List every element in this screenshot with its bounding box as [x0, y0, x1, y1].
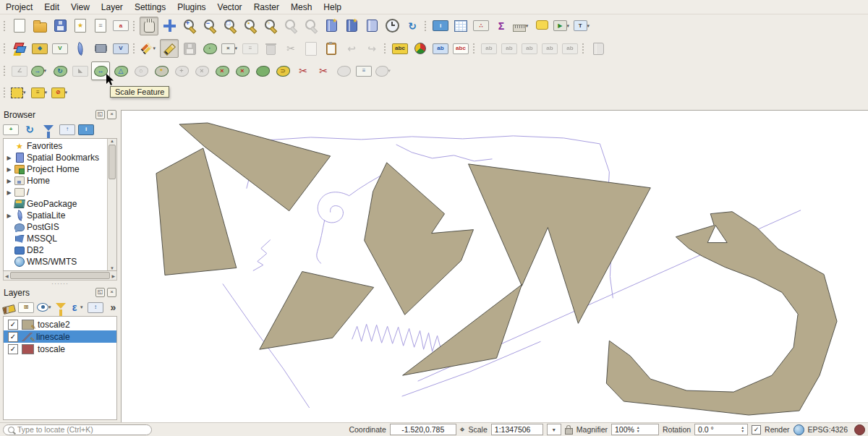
zoom-out-button[interactable]: −	[200, 17, 219, 35]
show-spatial-bookmarks-button[interactable]: ★	[342, 17, 361, 35]
new-spatialite-layer-button[interactable]	[71, 39, 90, 58]
layer-visibility-checkbox[interactable]: ✓	[8, 320, 18, 330]
current-edits-dropdown-arrow[interactable]: ▾	[153, 46, 158, 51]
text-annotation-dropdown-arrow[interactable]: ▾	[587, 23, 591, 29]
new-spatial-bookmark-button[interactable]: ★	[322, 17, 341, 35]
text-annotation-button[interactable]: T▾	[573, 17, 592, 35]
browser-item-home[interactable]: ▶Home	[4, 175, 108, 187]
menu-settings[interactable]: Settings	[129, 1, 171, 13]
expander-icon[interactable]: ▶	[6, 155, 12, 161]
browser-item-postgis[interactable]: PostGIS	[4, 221, 108, 233]
pan-map-button[interactable]	[140, 17, 158, 35]
browser-item-wms-wmts[interactable]: WMS/WMTS	[4, 256, 108, 268]
rotate-point-symbols-dropdown-arrow[interactable]: ▾	[388, 68, 393, 74]
measure-dropdown-arrow[interactable]: ▾	[526, 23, 530, 29]
rotation-spin-arrows[interactable]: ▲▼	[741, 426, 744, 434]
scale-combobox[interactable]: 1:1347506	[491, 424, 543, 435]
toolbar-drag-handle[interactable]	[582, 43, 585, 54]
map-canvas[interactable]	[121, 110, 868, 423]
delete-ring-button[interactable]: ×	[213, 61, 231, 80]
browser-vertical-scrollbar[interactable]: ▲▼	[107, 139, 116, 270]
offset-curve-button[interactable]: ⊃	[273, 61, 292, 80]
scale-dropdown-arrow[interactable]: ▾	[547, 424, 561, 435]
open-data-source-manager-button[interactable]	[10, 39, 29, 58]
menu-mesh[interactable]: Mesh	[285, 1, 318, 13]
browser-properties-button[interactable]: i	[77, 121, 95, 138]
menu-raster[interactable]: Raster	[248, 1, 285, 13]
select-features-dropdown-arrow[interactable]: ▾	[23, 90, 28, 95]
select-features-button[interactable]: ▾	[10, 83, 29, 102]
move-feature-button[interactable]: →▾	[30, 61, 49, 80]
add-group-button[interactable]: ⊞	[17, 299, 35, 316]
toolbar-drag-handle[interactable]	[132, 43, 136, 54]
toolbar-drag-handle[interactable]	[3, 43, 7, 54]
expand-collapse-button[interactable]: ↕	[87, 299, 104, 316]
layer-visibility-checkbox[interactable]: ✓	[8, 344, 18, 354]
layer-visibility-checkbox[interactable]: ✓	[8, 332, 18, 342]
browser-add-layer-button[interactable]: +	[2, 121, 20, 138]
layer-labeling-options-button[interactable]: abc	[391, 39, 409, 58]
expander-icon[interactable]: ▶	[6, 166, 12, 173]
paste-features-button[interactable]	[322, 39, 341, 58]
reshape-features-button[interactable]	[253, 61, 272, 80]
toolbar-drag-handle[interactable]	[424, 20, 427, 32]
manage-map-themes-dropdown-arrow[interactable]: ▾	[48, 304, 53, 310]
menu-plugins[interactable]: Plugins	[171, 1, 211, 13]
style-manager-button[interactable]: a	[111, 17, 130, 35]
show-layout-manager-button[interactable]: ≡	[91, 17, 110, 35]
menu-view[interactable]: View	[65, 1, 95, 13]
toolbar-drag-handle[interactable]	[3, 87, 7, 98]
menu-edit[interactable]: Edit	[38, 1, 65, 13]
layer-item-toscale[interactable]: ✓toscale	[4, 343, 116, 355]
move-feature-dropdown-arrow[interactable]: ▾	[44, 68, 48, 74]
split-parts-button[interactable]: ✂	[314, 61, 333, 80]
browser-item-spatialite[interactable]: ▶SpatiaLite	[4, 210, 108, 221]
add-polygon-feature-button[interactable]: ·	[200, 39, 219, 58]
select-features-by-value-button[interactable]: ≡▾	[30, 83, 49, 102]
split-features-button[interactable]: ✂	[294, 61, 312, 80]
measure-button[interactable]: ▾	[512, 17, 531, 35]
open-attribute-table-button[interactable]	[451, 17, 470, 35]
toolbar-drag-handle[interactable]	[132, 20, 136, 32]
highlight-pinned-labels-button[interactable]: ab	[431, 39, 450, 58]
manage-map-themes-button[interactable]: ▾	[36, 299, 54, 316]
toolbar-drag-handle[interactable]	[472, 43, 476, 54]
temporal-controller-button[interactable]	[383, 17, 401, 35]
open-layer-styling-button[interactable]	[2, 299, 16, 316]
vertex-tool-button[interactable]: ×▾	[221, 39, 239, 58]
delete-part-button[interactable]: ×	[233, 61, 252, 80]
browser-item-mssql[interactable]: MSSQL	[4, 233, 108, 244]
menu-layer[interactable]: Layer	[95, 1, 129, 13]
expander-icon[interactable]: ▶	[6, 213, 12, 219]
expander-icon[interactable]: ▶	[6, 189, 12, 196]
browser-item-db2[interactable]: DB2	[4, 244, 108, 256]
toolbar-drag-handle[interactable]	[383, 43, 387, 54]
run-feature-action-dropdown-arrow[interactable]: ▾	[567, 23, 571, 29]
new-temporary-scratch-layer-button[interactable]	[91, 39, 110, 58]
zoom-in-button[interactable]: +	[180, 17, 199, 35]
coordinate-value[interactable]: -1.520,0.785	[390, 424, 456, 435]
panel-splitter[interactable]: ······	[0, 281, 120, 286]
magnifier-spin-arrows[interactable]: ▲▼	[637, 426, 640, 434]
save-project-button[interactable]	[51, 17, 69, 35]
layer-diagram-options-button[interactable]	[411, 39, 430, 58]
show-bookmark-manager-button[interactable]	[362, 17, 381, 35]
show-statistical-summary-button[interactable]: Σ	[492, 17, 511, 35]
zoom-full-button[interactable]: □	[221, 17, 239, 35]
toggle-editing-button[interactable]	[160, 39, 179, 58]
menu-vector[interactable]: Vector	[212, 1, 248, 13]
browser-item-project-home[interactable]: ▶Project Home	[4, 163, 108, 175]
toolbar-drag-handle[interactable]	[3, 65, 7, 77]
new-shapefile-layer-button[interactable]: V	[51, 39, 69, 58]
filter-legend-button[interactable]	[55, 299, 67, 316]
extents-toggle-icon[interactable]: ⌖	[460, 424, 465, 435]
rotation-spinbox[interactable]: 0.0 ° ▲▼	[694, 424, 748, 435]
menu-help[interactable]: Help	[318, 1, 347, 13]
pan-to-selection-button[interactable]	[160, 17, 179, 35]
menu-project[interactable]: Project	[0, 1, 38, 13]
lock-scale-icon[interactable]	[565, 428, 573, 435]
map-tips-button[interactable]	[532, 17, 551, 35]
browser-close-button[interactable]: ×	[107, 110, 116, 119]
open-project-button[interactable]	[30, 17, 49, 35]
filter-by-expression-button[interactable]: ε▾	[68, 299, 85, 316]
